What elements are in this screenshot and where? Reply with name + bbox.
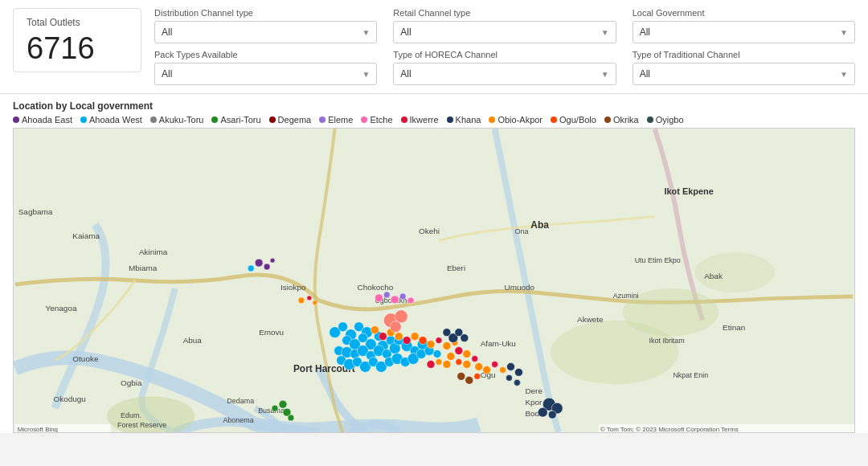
svg-point-123 [395,310,407,323]
svg-point-97 [403,337,411,345]
svg-point-130 [514,368,522,376]
svg-text:Isiokpo: Isiokpo [280,283,306,292]
filter-horeca-channel: Type of HORECA Channel All ▼ [393,50,616,85]
svg-text:Nkpat Enin: Nkpat Enin [673,371,708,379]
svg-point-116 [461,334,469,342]
svg-point-104 [455,347,463,355]
chevron-down-icon: ▼ [362,70,370,79]
svg-text:Akinima: Akinima [139,247,168,256]
legend-dot [80,117,87,123]
filter-retail-channel-select[interactable]: All ▼ [393,21,616,43]
map-container[interactable]: Sagbama Kaiama Akinima Mbiama Yenagoa Ot… [13,128,855,433]
filter-pack-types-select[interactable]: All ▼ [154,63,377,85]
legend-item: Ogu/Bolo [551,115,596,125]
legend-label: Ahoada West [89,115,142,125]
svg-point-109 [472,356,478,362]
svg-text:Mbiama: Mbiama [129,264,158,272]
svg-point-100 [427,341,435,349]
filter-horeca-channel-select[interactable]: All ▼ [393,63,616,85]
chevron-down-icon: ▼ [362,28,370,37]
legend-label: Etche [370,115,392,125]
filter-traditional-channel-select[interactable]: All ▼ [633,63,855,85]
legend-dot [489,117,495,123]
legend-dot [604,117,611,123]
legend-dot [319,117,326,123]
svg-point-117 [375,294,383,302]
svg-point-128 [500,366,506,373]
svg-text:Okehi: Okehi [419,227,440,235]
legend-dot [647,117,653,123]
top-section: Total Outlets 6716 Distribution Channel … [0,0,868,94]
legend-label: Oyigbo [656,115,684,125]
svg-point-131 [506,374,513,381]
chevron-down-icon: ▼ [601,28,609,37]
filter-traditional-channel-label: Type of Traditional Channel [633,50,855,59]
svg-text:Kaiama: Kaiama [72,231,100,240]
svg-point-99 [419,337,427,345]
legend-dot [361,117,367,123]
legend-item: Eleme [319,115,353,125]
legend-label: Eleme [328,115,353,125]
svg-point-120 [399,293,406,300]
svg-point-51 [248,265,254,272]
svg-point-49 [255,259,263,267]
svg-point-119 [391,296,399,304]
svg-text:Yenagoa: Yenagoa [46,304,77,313]
svg-point-133 [457,372,465,380]
filter-local-government-label: Local Government [633,8,855,18]
svg-point-121 [407,297,414,304]
filter-local-government-select[interactable]: All ▼ [633,21,855,43]
svg-point-105 [463,350,471,358]
legend-dot [269,117,276,123]
svg-point-143 [548,411,556,419]
svg-point-54 [307,296,312,300]
svg-text:Utu Etim Ekpo: Utu Etim Ekpo [635,256,681,264]
svg-point-124 [390,321,401,333]
svg-point-110 [443,360,451,368]
svg-text:Afam-Uku: Afam-Uku [481,339,516,348]
svg-text:Aba: Aba [530,219,549,231]
filter-horeca-channel-label: Type of HORECA Channel [393,50,616,59]
legend-label: Akuku-Toru [159,115,204,125]
legend-item: Ahoada East [13,115,72,125]
legend-item: Asari-Toru [211,115,260,125]
chevron-down-icon: ▼ [840,70,848,79]
svg-point-102 [443,342,451,350]
svg-point-118 [383,292,390,298]
svg-point-125 [475,362,483,370]
legend-label: Ogu/Bolo [559,115,596,125]
svg-point-50 [264,264,270,270]
svg-text:Sagbama: Sagbama [18,207,53,216]
svg-text:Dere: Dere [525,386,542,395]
svg-text:Eberi: Eberi [447,264,465,272]
svg-point-53 [298,297,305,304]
legend-item: Ikwerre [401,115,439,125]
legend-item: Khana [447,115,481,125]
svg-point-129 [507,362,515,370]
svg-point-137 [272,405,278,411]
svg-point-93 [371,326,379,334]
legend-label: Ahoada East [22,115,72,125]
total-outlets-card: Total Outlets 6716 [13,8,141,72]
svg-point-139 [288,415,294,421]
svg-point-108 [463,360,471,368]
map-section: Location by Local government Ahoada East… [0,94,868,433]
legend-dot [551,117,557,123]
svg-text:Ogbia: Ogbia [121,378,142,387]
svg-point-112 [427,360,435,368]
filters-section: Distribution Channel type All ▼ Retail C… [154,8,855,85]
filter-local-government: Local Government All ▼ [633,8,855,43]
legend-label: Ikwerre [410,115,439,125]
legend-label: Degema [278,115,312,125]
svg-text:Forest Reserve: Forest Reserve [117,421,166,429]
svg-text:Abua: Abua [183,336,203,345]
legend-dot [211,117,218,123]
filter-distribution-channel-select[interactable]: All ▼ [154,21,377,43]
svg-point-142 [538,407,547,417]
total-outlets-value: 6716 [27,33,128,63]
legend-item: Oyigbo [647,115,684,125]
svg-point-96 [395,333,403,341]
chevron-down-icon: ▼ [601,70,609,79]
filter-traditional-channel: Type of Traditional Channel All ▼ [633,50,855,85]
filter-retail-channel-label: Retail Channel type [393,8,616,18]
